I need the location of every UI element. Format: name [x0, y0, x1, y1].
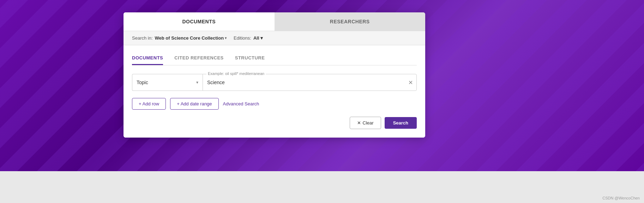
- search-input-wrapper: Example: oil spill* mediterranean ✕: [203, 74, 417, 91]
- sub-tab-bar: DOCUMENTS CITED REFERENCES STRUCTURE: [132, 52, 417, 65]
- search-row: Topic ▾ Example: oil spill* mediterranea…: [132, 74, 417, 91]
- clear-x-icon: ✕: [357, 120, 361, 126]
- search-placeholder-label: Example: oil spill* mediterranean: [206, 71, 266, 76]
- sub-tab-structure[interactable]: STRUCTURE: [235, 52, 265, 65]
- database-value: Web of Science Core Collection: [155, 35, 224, 41]
- top-tab-bar: DOCUMENTS RESEARCHERS: [124, 12, 425, 31]
- action-row: + Add row + Add date range Advanced Sear…: [132, 98, 417, 110]
- clear-input-button[interactable]: ✕: [408, 79, 413, 86]
- search-input[interactable]: [203, 74, 416, 91]
- editions-value: All: [253, 35, 259, 41]
- search-in-bar: Search in: Web of Science Core Collectio…: [124, 31, 425, 45]
- modal: DOCUMENTS RESEARCHERS Search in: Web of …: [124, 12, 425, 138]
- search-button[interactable]: Search: [385, 117, 417, 129]
- clear-label: Clear: [363, 120, 374, 126]
- topic-label: Topic: [137, 80, 148, 85]
- clear-button[interactable]: ✕ Clear: [350, 117, 381, 129]
- topic-field-selector[interactable]: Topic ▾: [132, 74, 203, 91]
- editions-chevron-icon: ▾: [260, 35, 263, 41]
- search-in-label: Search in:: [132, 35, 153, 41]
- content-area: DOCUMENTS CITED REFERENCES STRUCTURE Top…: [124, 45, 425, 138]
- tab-researchers[interactable]: RESEARCHERS: [275, 12, 426, 31]
- bottom-action-row: ✕ Clear Search: [132, 117, 417, 129]
- sub-tab-cited-references[interactable]: CITED REFERENCES: [174, 52, 223, 65]
- topic-chevron-icon: ▾: [196, 80, 198, 85]
- editions-dropdown[interactable]: All ▾: [253, 35, 263, 41]
- advanced-search-link[interactable]: Advanced Search: [223, 101, 259, 106]
- add-date-range-button[interactable]: + Add date range: [170, 98, 218, 110]
- bottom-bar: [0, 171, 644, 203]
- editions-label: Editions:: [234, 35, 251, 41]
- watermark-text: CSDN @WencoChen: [602, 196, 640, 200]
- database-dropdown[interactable]: Web of Science Core Collection ▾: [155, 35, 227, 41]
- sub-tab-documents[interactable]: DOCUMENTS: [132, 52, 163, 65]
- database-chevron-icon: ▾: [225, 36, 227, 40]
- tab-documents[interactable]: DOCUMENTS: [124, 12, 275, 31]
- add-row-button[interactable]: + Add row: [132, 98, 166, 110]
